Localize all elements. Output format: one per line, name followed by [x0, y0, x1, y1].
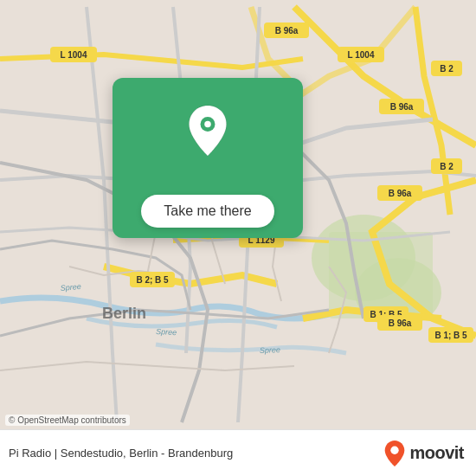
svg-text:B 2: B 2: [440, 162, 453, 171]
svg-text:B 96a: B 96a: [275, 26, 299, 35]
footer: Pi Radio | Sendestudio, Berlin - Branden…: [0, 429, 476, 476]
svg-text:L 1004: L 1004: [61, 50, 87, 60]
svg-text:B 96a: B 96a: [389, 189, 412, 198]
svg-text:B 96a: B 96a: [390, 102, 414, 112]
svg-point-33: [204, 121, 211, 128]
svg-text:B 2; B 5: B 2; B 5: [136, 275, 169, 285]
location-pin-icon: [184, 104, 231, 158]
location-title: Pi Radio | Sendestudio, Berlin - Branden…: [9, 447, 233, 460]
svg-text:L 1004: L 1004: [348, 50, 375, 60]
moovit-pin-icon: [383, 440, 406, 467]
svg-text:B 96a: B 96a: [389, 318, 412, 328]
app: B 96a L 1004 L 1004 B 2 B 96a B 2 B 96a …: [0, 0, 476, 476]
svg-text:B 1; B 5: B 1; B 5: [434, 331, 467, 340]
svg-text:B 2: B 2: [440, 64, 453, 74]
svg-point-34: [391, 446, 399, 453]
take-me-there-button[interactable]: Take me there: [141, 195, 273, 228]
location-card: Take me there: [113, 78, 303, 238]
svg-text:Spree: Spree: [60, 282, 81, 293]
svg-text:Spree: Spree: [156, 327, 177, 337]
moovit-wordmark: moovit: [409, 443, 464, 463]
osm-credit: © OpenStreetMap contributors: [5, 415, 130, 426]
svg-text:Berlin: Berlin: [102, 305, 146, 322]
svg-text:Spree: Spree: [260, 345, 280, 355]
map-container: B 96a L 1004 L 1004 B 2 B 96a B 2 B 96a …: [0, 0, 476, 429]
moovit-logo: moovit: [383, 440, 464, 467]
